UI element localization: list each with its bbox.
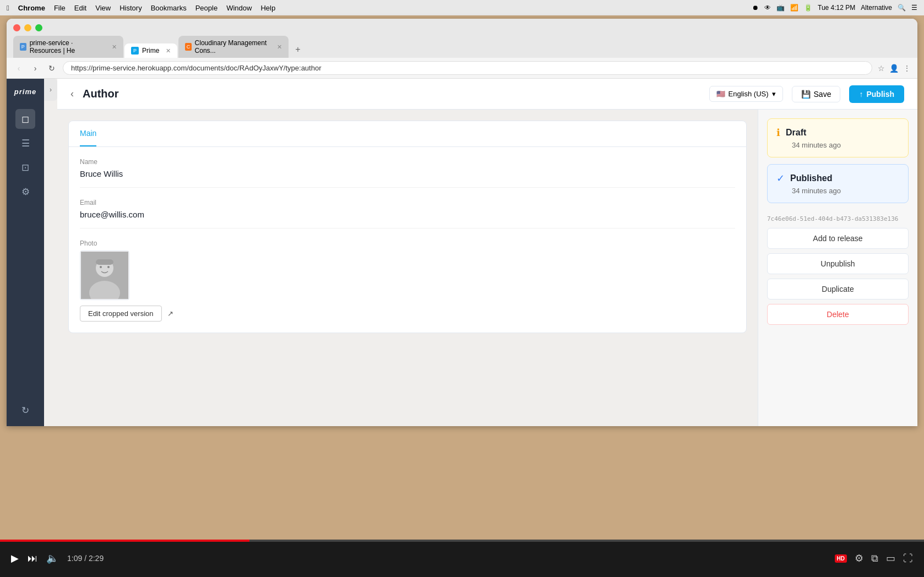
sidebar-icon-image[interactable]: ⊡ — [15, 157, 35, 177]
record-icon: ⏺ — [752, 4, 759, 12]
document-icon: ◻ — [21, 113, 29, 125]
apple-menu[interactable]:  — [7, 4, 9, 12]
pip-button[interactable]: ⧉ — [871, 553, 878, 564]
browser-tab-2[interactable]: C Cloudinary Management Cons... ✕ — [178, 36, 289, 58]
menubar-right-icons: ⏺ 👁 📺 📶 🔋 Tue 4:12 PM Alternative 🔍 ☰ — [752, 4, 917, 12]
sidebar-icon-settings[interactable]: ⚙ — [15, 182, 35, 202]
published-status-time: 34 minutes ago — [792, 187, 899, 195]
maximize-window-button[interactable] — [35, 24, 42, 31]
address-bar-icons: ☆ 👤 ⋮ — [878, 64, 911, 73]
name-value[interactable]: Bruce Willis — [80, 169, 735, 188]
mac-menubar:  Chrome File Edit View History Bookmark… — [0, 0, 924, 15]
document-id: 7c46e06d-51ed-404d-b473-da531383e136 — [767, 210, 909, 228]
menu-dots-icon[interactable]: ⋮ — [903, 64, 911, 73]
bookmark-icon[interactable]: ☆ — [878, 64, 885, 73]
language-selector[interactable]: 🇺🇸 English (US) ▾ — [709, 86, 783, 102]
back-button[interactable]: ‹ — [70, 88, 74, 100]
main-area: ‹ Author 🇺🇸 English (US) ▾ 💾 Save ↑ Publ… — [57, 79, 917, 426]
progress-bar-container[interactable] — [0, 540, 924, 542]
sidebar-expand-handle[interactable]: › — [44, 79, 57, 101]
wifi-icon: 📶 — [790, 4, 798, 12]
name-field-group: Name Bruce Willis — [69, 147, 746, 188]
settings-video-icon[interactable]: ⚙ — [855, 552, 863, 564]
app-layout: prime ◻ ☰ ⊡ ⚙ ↻ › ‹ — [7, 79, 917, 426]
page-title: Author — [83, 88, 700, 100]
theater-mode-button[interactable]: ▭ — [886, 552, 895, 564]
menu-bookmarks[interactable]: Bookmarks — [151, 4, 187, 12]
sidebar: prime ◻ ☰ ⊡ ⚙ ↻ — [7, 79, 44, 426]
svg-point-4 — [107, 266, 110, 268]
duplicate-button[interactable]: Duplicate — [767, 279, 909, 300]
airplay-icon: 📺 — [776, 4, 785, 12]
published-status-title: Published — [790, 173, 832, 183]
browser-tab-0[interactable]: P prime-service · Resources | He ✕ — [13, 36, 123, 58]
sidebar-icon-refresh[interactable]: ↻ — [15, 400, 35, 420]
control-strip-icon[interactable]: ☰ — [911, 4, 917, 12]
browser-tabs: P prime-service · Resources | He ✕ P Pri… — [13, 36, 911, 58]
search-icon[interactable]: 🔍 — [898, 4, 906, 12]
sidebar-icon-list[interactable]: ☰ — [15, 133, 35, 153]
tab-favicon-2: C — [185, 43, 191, 51]
publish-label: Publish — [866, 90, 894, 99]
tab-main[interactable]: Main — [80, 121, 96, 146]
menu-history[interactable]: History — [119, 4, 142, 12]
save-button[interactable]: 💾 Save — [792, 86, 841, 102]
browser-window: P prime-service · Resources | He ✕ P Pri… — [7, 19, 917, 426]
reload-button[interactable]: ↻ — [46, 63, 57, 74]
forward-nav-button[interactable]: › — [30, 63, 41, 74]
save-icon: 💾 — [801, 90, 811, 99]
menu-edit[interactable]: Edit — [74, 4, 86, 12]
volume-button[interactable]: 🔈 — [46, 552, 58, 564]
menu-chrome[interactable]: Chrome — [18, 4, 45, 12]
close-window-button[interactable] — [13, 24, 20, 31]
tab-close-1[interactable]: ✕ — [166, 47, 171, 55]
play-pause-button[interactable]: ▶ — [11, 552, 19, 564]
tab-label-0: prime-service · Resources | He — [30, 39, 105, 55]
photo-section: Photo — [69, 228, 746, 333]
unpublish-button[interactable]: Unpublish — [767, 253, 909, 274]
draft-status-time: 34 minutes ago — [792, 141, 899, 149]
photo-image — [81, 252, 128, 299]
email-value[interactable]: bruce@willis.com — [80, 210, 735, 228]
address-bar-row: ‹ › ↻ ☆ 👤 ⋮ — [7, 58, 917, 79]
image-icon: ⊡ — [21, 162, 29, 173]
draft-status-title: Draft — [786, 128, 806, 138]
document-card: Main Name Bruce Willis Email bruce@willi… — [68, 121, 747, 333]
edit-cropped-version-button[interactable]: Edit cropped version — [80, 306, 162, 322]
address-bar[interactable] — [63, 61, 872, 75]
document-tabs: Main — [69, 121, 746, 147]
browser-tab-1[interactable]: P Prime ✕ — [124, 43, 177, 58]
draft-status-header: ℹ Draft — [776, 127, 899, 139]
menu-view[interactable]: View — [95, 4, 111, 12]
publish-icon: ↑ — [859, 90, 863, 99]
skip-forward-button[interactable]: ⏭ — [28, 553, 37, 564]
svg-point-3 — [100, 266, 102, 268]
menu-help[interactable]: Help — [260, 4, 275, 12]
profile-icon[interactable]: 👤 — [889, 64, 899, 73]
new-tab-button[interactable]: + — [290, 41, 306, 58]
publish-button[interactable]: ↑ Publish — [849, 85, 904, 103]
add-to-release-button[interactable]: Add to release — [767, 228, 909, 249]
tab-close-2[interactable]: ✕ — [277, 43, 282, 51]
traffic-lights — [13, 24, 911, 31]
menu-people[interactable]: People — [195, 4, 218, 12]
page-header: ‹ Author 🇺🇸 English (US) ▾ 💾 Save ↑ Publ… — [57, 79, 917, 110]
minimize-window-button[interactable] — [24, 24, 31, 31]
published-status-header: ✓ Published — [776, 172, 899, 184]
fullscreen-button[interactable]: ⛶ — [903, 553, 913, 564]
app-logo: prime — [14, 88, 36, 96]
published-status-icon: ✓ — [776, 172, 785, 184]
draft-status-icon: ℹ — [776, 127, 780, 139]
tab-close-0[interactable]: ✕ — [112, 43, 117, 51]
menu-window[interactable]: Window — [226, 4, 252, 12]
menu-file[interactable]: File — [54, 4, 66, 12]
back-nav-button[interactable]: ‹ — [13, 63, 24, 74]
email-label: Email — [80, 199, 735, 206]
delete-button[interactable]: Delete — [767, 304, 909, 325]
sidebar-icon-document[interactable]: ◻ — [15, 109, 35, 129]
browser-chrome: P prime-service · Resources | He ✕ P Pri… — [7, 19, 917, 58]
gear-icon: ⚙ — [21, 186, 30, 198]
draft-status-card: ℹ Draft 34 minutes ago — [767, 118, 909, 157]
flag-icon: 🇺🇸 — [716, 90, 725, 98]
screentime-icon: 👁 — [764, 4, 771, 12]
